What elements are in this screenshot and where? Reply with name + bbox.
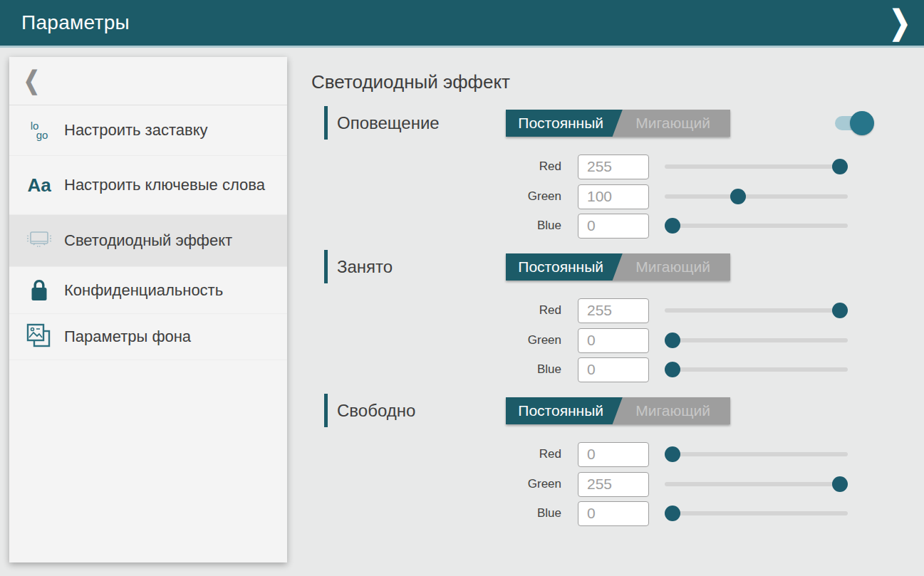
slider-track — [665, 452, 848, 456]
main-content: Светодиодный эффект Оповещение Постоянны… — [296, 48, 924, 576]
green-label: Green — [324, 477, 561, 491]
blue-label: Blue — [324, 219, 561, 233]
green-label: Green — [324, 333, 561, 347]
slider-thumb[interactable] — [665, 362, 680, 377]
section-label: Занято — [337, 250, 393, 283]
sidebar-item-label: Настроить ключевые слова — [64, 176, 265, 194]
slider-track — [665, 308, 848, 313]
slider-track — [665, 367, 848, 372]
page-title: Параметры — [21, 11, 130, 34]
green-value-input[interactable] — [578, 328, 649, 353]
red-label: Red — [324, 303, 561, 318]
red-slider[interactable] — [665, 303, 848, 318]
red-slider[interactable] — [665, 446, 848, 462]
mode-blinking-option[interactable]: Мигающий — [616, 253, 730, 281]
red-value-input[interactable] — [578, 155, 649, 179]
sidebar-item-privacy[interactable]: Конфиденциальность — [9, 267, 287, 314]
channel-row-blue: Blue — [324, 355, 848, 384]
section-alert: Оповещение Постоянный Мигающий Red Green — [324, 106, 924, 248]
blue-value-input[interactable] — [578, 357, 649, 382]
channel-row-red: Red — [324, 152, 848, 182]
content-title: Светодиодный эффект — [311, 71, 510, 93]
green-slider[interactable] — [665, 476, 848, 492]
slider-track — [665, 482, 848, 486]
keywords-icon: Aa — [24, 176, 55, 194]
red-value-input[interactable] — [578, 298, 649, 323]
channel-row-blue: Blue — [324, 211, 848, 241]
sidebar-item-background[interactable]: Параметры фона — [9, 314, 287, 360]
red-slider[interactable] — [665, 159, 848, 174]
slider-track — [665, 338, 848, 342]
slider-thumb[interactable] — [665, 506, 680, 521]
section-busy: Занято Постоянный Мигающий Red Green Blu… — [324, 250, 924, 392]
green-value-input[interactable] — [578, 472, 649, 497]
slider-thumb[interactable] — [730, 189, 746, 204]
sidebar: ❮ logo Настроить заставку Aa Настроить к… — [9, 57, 287, 562]
channel-row-blue: Blue — [324, 498, 848, 528]
red-label: Red — [324, 159, 561, 174]
section-accent-bar — [324, 106, 328, 140]
blue-slider[interactable] — [665, 362, 848, 377]
logo-icon: logo — [24, 121, 55, 140]
red-label: Red — [324, 447, 561, 461]
sidebar-back-button[interactable]: ❮ — [9, 57, 287, 105]
header-bar: Параметры ❯ — [0, 0, 924, 48]
chevron-right-icon[interactable]: ❯ — [889, 6, 910, 38]
slider-track — [665, 224, 848, 228]
mode-solid-option[interactable]: Постоянный — [506, 397, 616, 424]
mode-blinking-option[interactable]: Мигающий — [616, 110, 730, 137]
sidebar-item-led-effect[interactable]: Светодиодный эффект — [9, 215, 287, 267]
chevron-left-icon: ❮ — [24, 68, 40, 93]
mode-segmented-control: Постоянный Мигающий — [506, 110, 730, 137]
blue-slider[interactable] — [665, 218, 848, 234]
toggle-knob — [850, 111, 874, 135]
blue-label: Blue — [324, 362, 561, 377]
blue-value-input[interactable] — [578, 214, 649, 239]
red-value-input[interactable] — [578, 442, 649, 467]
section-label: Оповещение — [337, 106, 440, 140]
blue-label: Blue — [324, 506, 561, 520]
lock-icon — [24, 278, 55, 303]
led-screen-icon — [24, 230, 55, 251]
sidebar-item-label: Настроить заставку — [64, 121, 208, 140]
blue-slider[interactable] — [665, 506, 848, 521]
green-slider[interactable] — [665, 332, 848, 348]
section-accent-bar — [324, 394, 328, 427]
channel-row-green: Green — [324, 469, 848, 499]
channel-row-green: Green — [324, 182, 848, 211]
channel-row-green: Green — [324, 325, 848, 355]
sidebar-item-label: Параметры фона — [64, 328, 191, 346]
mode-solid-option[interactable]: Постоянный — [506, 110, 616, 137]
green-label: Green — [324, 189, 561, 204]
slider-track — [665, 164, 848, 169]
slider-track — [665, 511, 848, 515]
mode-segmented-control: Постоянный Мигающий — [506, 253, 730, 281]
section-accent-bar — [324, 250, 328, 283]
slider-thumb[interactable] — [832, 476, 848, 492]
sidebar-item-keywords[interactable]: Aa Настроить ключевые слова — [9, 156, 287, 215]
background-images-icon — [24, 322, 55, 352]
green-slider[interactable] — [665, 189, 848, 204]
mode-segmented-control: Постоянный Мигающий — [506, 397, 730, 424]
sidebar-item-label: Светодиодный эффект — [64, 231, 232, 250]
slider-thumb[interactable] — [832, 159, 848, 174]
slider-track — [665, 194, 848, 199]
channel-row-red: Red — [324, 439, 848, 469]
sidebar-item-label: Конфиденциальность — [64, 281, 223, 300]
alert-enabled-toggle[interactable] — [835, 110, 878, 136]
mode-blinking-option[interactable]: Мигающий — [616, 397, 730, 424]
slider-thumb[interactable] — [832, 303, 848, 318]
channel-row-red: Red — [324, 295, 848, 325]
slider-thumb[interactable] — [665, 446, 680, 462]
green-value-input[interactable] — [578, 184, 649, 209]
slider-thumb[interactable] — [665, 218, 680, 234]
mode-solid-option[interactable]: Постоянный — [506, 253, 616, 281]
section-free: Свободно Постоянный Мигающий Red Green B… — [324, 394, 924, 536]
blue-value-input[interactable] — [578, 501, 649, 526]
section-label: Свободно — [337, 394, 415, 427]
slider-thumb[interactable] — [665, 332, 680, 348]
sidebar-item-splash-screen[interactable]: logo Настроить заставку — [9, 105, 287, 156]
